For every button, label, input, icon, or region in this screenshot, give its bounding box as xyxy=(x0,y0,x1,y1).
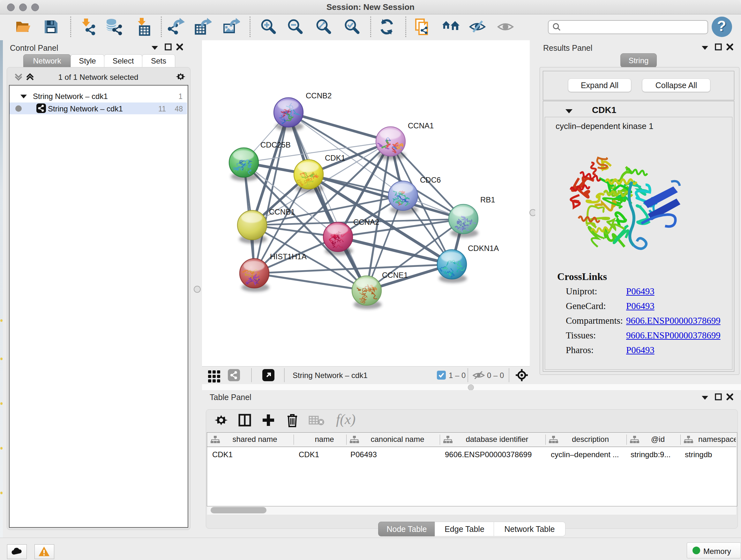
svg-text:?: ? xyxy=(717,17,726,34)
svg-text:CCNA1: CCNA1 xyxy=(408,121,434,130)
svg-text:CDC25B: CDC25B xyxy=(260,140,291,149)
svg-text:CCNE1: CCNE1 xyxy=(382,271,408,279)
svg-text:HIST1H1A: HIST1H1A xyxy=(270,252,307,261)
svg-text:CDKN1A: CDKN1A xyxy=(468,244,499,253)
svg-text:CCNA2: CCNA2 xyxy=(353,218,379,226)
svg-text:RB1: RB1 xyxy=(480,195,495,204)
svg-text:CDC6: CDC6 xyxy=(420,176,441,184)
svg-text:CCNB1: CCNB1 xyxy=(269,207,295,216)
svg-text:CCNB2: CCNB2 xyxy=(306,91,332,100)
svg-text:CDK1: CDK1 xyxy=(325,153,345,162)
